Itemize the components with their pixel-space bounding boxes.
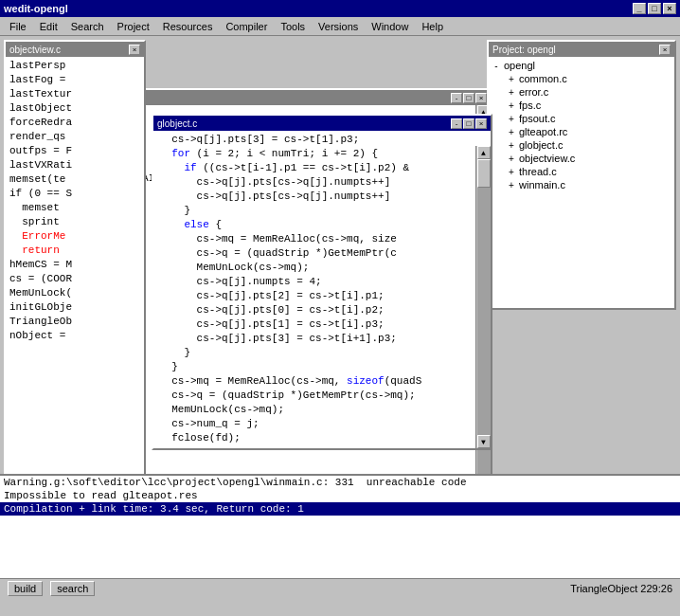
code-line: for (i = 2; i < numTri; i += 2) { — [157, 147, 472, 161]
tree-item-label: winmain.c — [519, 179, 565, 190]
project-close[interactable]: × — [659, 45, 671, 55]
tab-search[interactable]: search — [50, 581, 95, 596]
tree-item-globject[interactable]: + globject.c — [491, 138, 672, 152]
code-line: outfps = F — [8, 144, 140, 158]
code-line: cs->mq = MemReAlloc(cs->mq, size — [157, 232, 472, 246]
menu-compiler[interactable]: Compiler — [220, 19, 273, 34]
globject-close[interactable]: × — [475, 118, 487, 129]
code-line: return — [8, 244, 140, 258]
tab-build[interactable]: build — [8, 581, 43, 596]
code-line: MemUnLock( — [8, 286, 140, 300]
tree-item-label: fpsout.c — [519, 113, 556, 124]
code-line: render_qs — [8, 130, 140, 144]
objectview-title-bar[interactable]: objectview.c × — [6, 42, 144, 57]
winmain-close[interactable]: × — [475, 93, 487, 103]
app-title: wedit-opengl — [4, 3, 68, 14]
globject-maximize[interactable]: □ — [463, 118, 474, 129]
code-line: hMemCS = M — [8, 258, 140, 272]
tree-item-winmain[interactable]: + winmain.c — [491, 178, 672, 191]
code-line: cs->q = (quadStrip *)GetMemPtr(cs->mq); — [157, 389, 472, 403]
maximize-button[interactable]: □ — [648, 3, 661, 14]
tree-item-label: globject.c — [519, 139, 563, 151]
expand-icon: + — [506, 74, 517, 84]
bottom-bar-left: build search — [8, 581, 95, 596]
tree-item-fpsout[interactable]: + fpsout.c — [491, 112, 672, 125]
code-line: memset — [8, 201, 140, 215]
code-line: sprint — [8, 215, 140, 229]
bottom-bar: build search TriangleObject 229:26 — [0, 578, 680, 597]
code-line: cs->q[j].pts[3] = cs->t[i+1].p3; — [157, 332, 472, 346]
code-line: cs->q[j].numpts = 4; — [157, 275, 472, 289]
tree-item-label: objectview.c — [519, 153, 575, 164]
code-line: initGLObje — [8, 300, 140, 315]
project-title-bar[interactable]: Project: opengl × — [489, 42, 674, 57]
tree-item-glteapot[interactable]: + glteapot.rc — [491, 125, 672, 138]
expand-icon: + — [506, 180, 517, 190]
tree-root-label: opengl — [504, 60, 535, 71]
objectview-code[interactable]: lastPersp lastFog = lastTextur lastObjec… — [6, 57, 144, 498]
scroll-down-btn[interactable]: ▼ — [477, 435, 491, 448]
code-line: TriangleOb — [8, 315, 140, 329]
expand-icon: - — [491, 61, 502, 71]
expand-icon: + — [506, 140, 517, 151]
expand-icon: + — [506, 87, 517, 98]
tree-item-label: common.c — [519, 73, 567, 84]
project-title: Project: opengl — [492, 45, 556, 55]
globject-minimize[interactable]: - — [451, 118, 462, 129]
code-line: cs->q[j].pts[0] = cs->t[i].p2; — [157, 303, 472, 317]
minimize-button[interactable]: _ — [633, 3, 646, 14]
tree-item-common[interactable]: + common.c — [491, 72, 672, 85]
code-line: cs = (COOR — [8, 272, 140, 286]
title-bar: wedit-opengl _ □ × — [0, 0, 680, 17]
code-line: cs->mq = MemReAlloc(cs->mq, sizeof(quadS — [157, 374, 472, 389]
code-line: lastFog = — [8, 73, 140, 87]
menu-project[interactable]: Project — [112, 19, 155, 34]
menu-help[interactable]: Help — [416, 19, 449, 34]
code-line: cs->num_q = j; — [157, 417, 472, 431]
status-area: Warning.g:\soft\editor\lcc\project\openg… — [0, 474, 680, 578]
code-line: if (0 == S — [8, 187, 140, 201]
winmain-maximize[interactable]: □ — [463, 93, 474, 103]
tree-item-error[interactable]: + error.c — [491, 85, 672, 99]
code-line: lastPersp — [8, 59, 140, 73]
code-line: forceRedra — [8, 116, 140, 130]
expand-icon: + — [506, 167, 517, 177]
code-line: cs->q[j].pts[cs->q[j].numpts++] — [157, 175, 472, 190]
expand-icon: + — [506, 114, 517, 124]
globject-title: globject.c — [157, 118, 197, 129]
globject-window: globject.c - □ × cs->q[j].pts[3] = cs->t… — [152, 114, 492, 450]
objectview-close[interactable]: × — [129, 45, 140, 55]
menu-tools[interactable]: Tools — [275, 19, 311, 34]
tree-item-fps[interactable]: + fps.c — [491, 99, 672, 112]
code-line: MemUnLock(cs->mq); — [157, 403, 472, 417]
code-line: cs->q[j].pts[2] = cs->t[i].p1; — [157, 289, 472, 303]
menu-search[interactable]: Search — [65, 19, 110, 34]
code-line: } — [157, 360, 472, 374]
tree-item-label: thread.c — [519, 166, 557, 177]
status-line-3: Compilation + link time: 3.4 sec, Return… — [0, 502, 680, 516]
tree-root[interactable]: - opengl — [491, 59, 672, 72]
objectview-title: objectview.c — [9, 45, 61, 55]
code-line: MemUnLock(cs->mq); — [157, 261, 472, 275]
close-button[interactable]: × — [663, 3, 676, 14]
globject-code[interactable]: cs->q[j].pts[3] = cs->t[1].p3; for (i = … — [153, 131, 491, 448]
winmain-minimize[interactable]: - — [451, 93, 462, 103]
menu-file[interactable]: File — [4, 19, 32, 34]
code-line: lastObject — [8, 101, 140, 116]
globject-scrollbar[interactable]: ▲ ▼ — [475, 146, 491, 448]
code-line: nObject = — [8, 329, 140, 343]
menu-window[interactable]: Window — [366, 19, 414, 34]
globject-title-bar[interactable]: globject.c - □ × — [153, 116, 491, 131]
code-line: cs->q[j].pts[1] = cs->t[i].p3; — [157, 317, 472, 332]
code-line: lastTextur — [8, 87, 140, 101]
code-line: } — [157, 346, 472, 360]
project-window: Project: opengl × - opengl + common.c + … — [487, 40, 676, 310]
tree-item-thread[interactable]: + thread.c — [491, 165, 672, 178]
menu-resources[interactable]: Resources — [157, 19, 219, 34]
scroll-up-btn[interactable]: ▲ — [477, 146, 491, 159]
menu-versions[interactable]: Versions — [313, 19, 364, 34]
code-line: cs->q[j].pts[cs->q[j].numpts++] — [157, 190, 472, 204]
tree-item-objectview[interactable]: + objectview.c — [491, 152, 672, 165]
menu-edit[interactable]: Edit — [34, 19, 63, 34]
expand-icon: + — [506, 127, 517, 137]
